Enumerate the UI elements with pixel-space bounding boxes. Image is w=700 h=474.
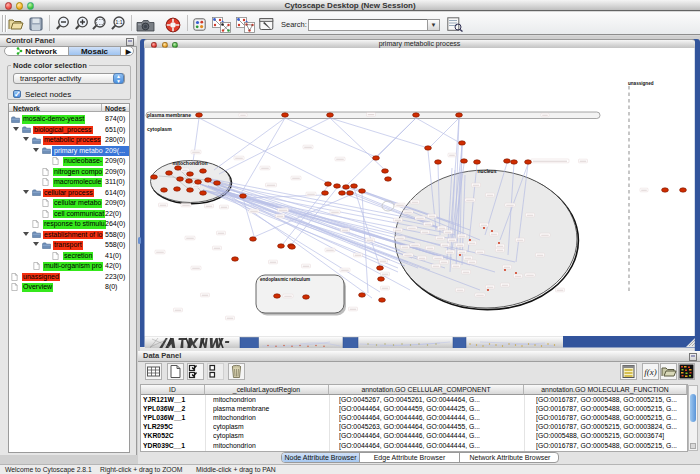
- svg-text:1:1: 1:1: [116, 19, 123, 25]
- svg-text:unassigned: unassigned: [628, 81, 654, 86]
- svg-text:plasma membrane: plasma membrane: [147, 112, 191, 118]
- svg-text:cytoplasm: cytoplasm: [147, 126, 172, 132]
- svg-text:mitochondrion: mitochondrion: [173, 160, 208, 166]
- svg-text:endoplasmic reticulum: endoplasmic reticulum: [260, 277, 310, 282]
- svg-text:f(x): f(x): [644, 367, 657, 377]
- svg-text:nucleus: nucleus: [478, 168, 497, 174]
